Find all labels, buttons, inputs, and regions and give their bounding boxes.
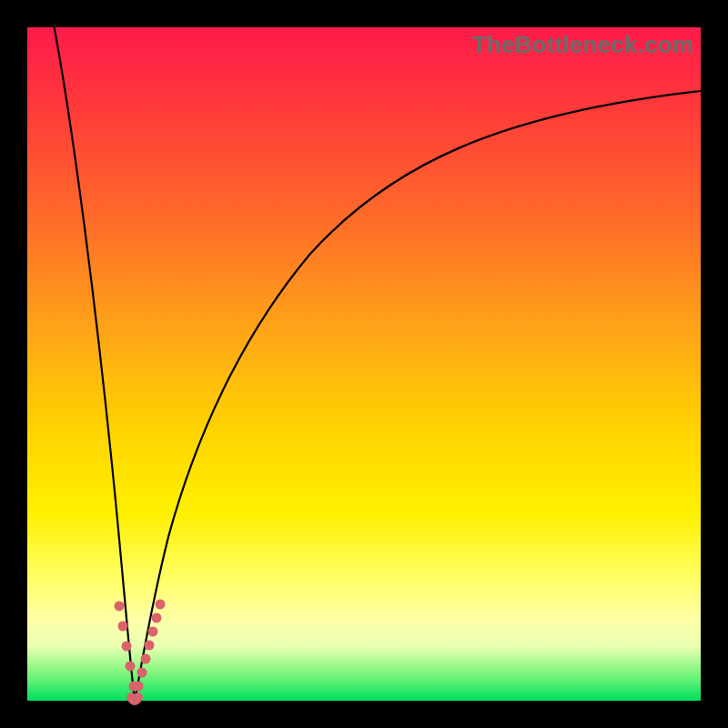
curve-right-branch	[135, 91, 701, 701]
highlight-right-dots	[138, 604, 160, 686]
chart-frame: TheBottleneck.com	[0, 0, 728, 728]
plot-area: TheBottleneck.com	[27, 27, 701, 701]
curve-layer	[27, 27, 701, 701]
curve-left-branch	[55, 27, 135, 701]
notch-cap	[131, 697, 138, 701]
